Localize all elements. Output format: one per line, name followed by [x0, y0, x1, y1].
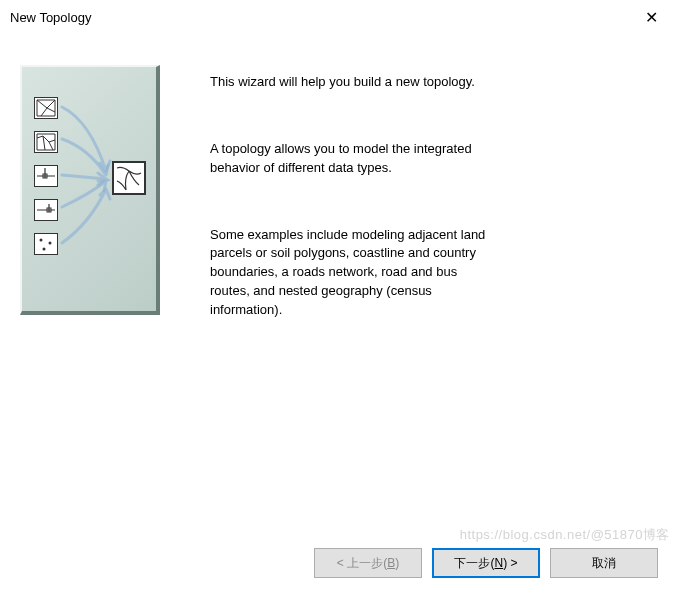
- arrow-icon: [60, 183, 115, 253]
- source-layer-icon: [34, 131, 58, 153]
- back-button: < 上一步(B): [314, 548, 422, 578]
- wizard-examples-text: Some examples include modeling adjacent …: [210, 226, 490, 320]
- source-layer-icon: [34, 199, 58, 221]
- watermark-text: https://blog.csdn.net/@51870博客: [460, 526, 670, 544]
- window-title: New Topology: [10, 10, 91, 25]
- svg-point-3: [49, 242, 52, 245]
- target-topology-icon: [112, 161, 146, 195]
- svg-point-2: [40, 239, 43, 242]
- title-bar: New Topology ✕: [0, 0, 678, 35]
- wizard-text: This wizard will help you build a new to…: [210, 65, 648, 368]
- wizard-description-text: A topology allows you to model the integ…: [210, 140, 490, 178]
- source-layer-icon: [34, 97, 58, 119]
- wizard-content: This wizard will help you build a new to…: [0, 35, 678, 368]
- source-layer-icon: [34, 233, 58, 255]
- close-icon[interactable]: ✕: [636, 8, 666, 27]
- cancel-button[interactable]: 取消: [550, 548, 658, 578]
- wizard-intro-text: This wizard will help you build a new to…: [210, 73, 490, 92]
- next-button[interactable]: 下一步(N) >: [432, 548, 540, 578]
- source-layer-icon: [34, 165, 58, 187]
- svg-point-4: [43, 248, 46, 251]
- illustration-panel: [20, 65, 170, 325]
- wizard-button-row: < 上一步(B) 下一步(N) > 取消: [314, 548, 658, 578]
- topology-illustration: [20, 65, 160, 315]
